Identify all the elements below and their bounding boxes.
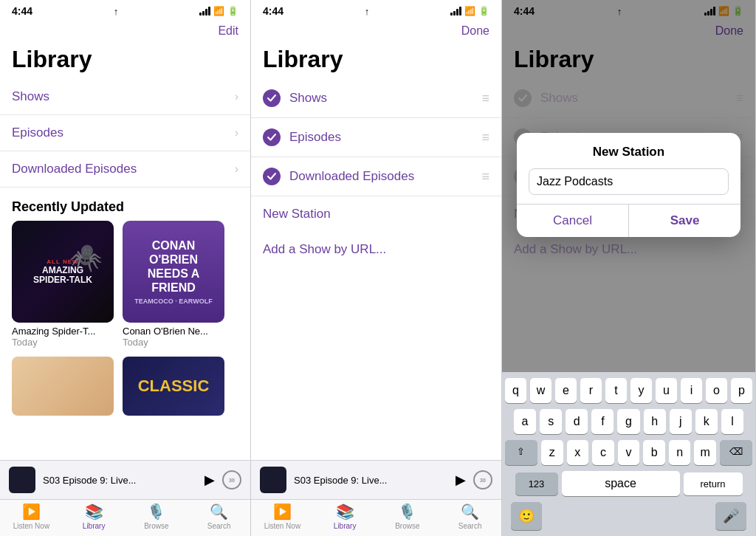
nav-bar-1: Edit — [0, 21, 250, 43]
browse-icon-1: 🎙️ — [147, 503, 165, 520]
podcast-item-2b[interactable]: CLASSIC — [123, 357, 224, 419]
key-x[interactable]: x — [567, 440, 589, 465]
listen-now-icon-1: ▶️ — [22, 503, 41, 520]
key-space[interactable]: space — [562, 471, 680, 496]
podcast-thumb-2b: CLASSIC — [123, 357, 224, 416]
skip-button-1[interactable]: 30 — [222, 470, 241, 489]
key-q[interactable]: q — [505, 378, 526, 403]
key-g[interactable]: g — [617, 409, 639, 434]
key-e[interactable]: e — [555, 378, 577, 403]
check-shows-2 — [263, 89, 281, 107]
mic-key[interactable]: 🎤 — [715, 502, 746, 530]
wifi-icon-2: 📶 — [464, 6, 475, 16]
downloaded-label-2: Downloaded Episodes — [289, 169, 475, 184]
done-button-2[interactable]: Done — [461, 24, 489, 38]
signal-icon-1 — [199, 7, 210, 16]
tab-search-2[interactable]: 🔍 Search — [439, 503, 501, 530]
tab-bar-2: ▶️ Listen Now 📚 Library 🎙️ Browse 🔍 Sear… — [251, 499, 501, 536]
shows-item-1[interactable]: Shows › — [0, 79, 250, 115]
nav-bar-2: Done — [251, 21, 501, 43]
episodes-item-2[interactable]: Episodes ≡ — [251, 118, 501, 157]
episodes-item-1[interactable]: Episodes › — [0, 115, 250, 151]
key-h[interactable]: h — [644, 409, 666, 434]
tab-library-2[interactable]: 📚 Library — [314, 503, 377, 530]
check-episodes-2 — [263, 128, 281, 146]
library-icon-1: 📚 — [85, 503, 103, 520]
podcast-item-spider[interactable]: ALL NEW AMAZINGSPIDER-TALK 🕷️ Amazing Sp… — [12, 221, 114, 348]
key-p[interactable]: p — [731, 378, 752, 403]
add-show-url-item-2[interactable]: Add a Show by URL... — [251, 232, 501, 267]
key-l[interactable]: l — [721, 409, 743, 434]
keyboard-row-4: 123 space return — [505, 471, 752, 499]
check-downloaded-2 — [263, 168, 281, 185]
tab-library-1[interactable]: 📚 Library — [63, 503, 126, 530]
keyboard-row-3: ⇧ z x c v b n m ⌫ — [505, 440, 752, 465]
key-n[interactable]: n — [669, 440, 691, 465]
podcast-title-conan: Conan O'Brien Ne... — [123, 326, 224, 337]
play-button-1[interactable]: ▶ — [205, 472, 215, 488]
key-123[interactable]: 123 — [515, 473, 558, 495]
key-shift[interactable]: ⇧ — [505, 440, 537, 465]
chevron-icon-downloaded-1: › — [235, 162, 238, 176]
tab-browse-1[interactable]: 🎙️ Browse — [126, 503, 188, 530]
panel-3: 4:44 ↑ 📶 🔋 Done Library Shows ≡ Episodes — [502, 0, 756, 536]
downloaded-item-2[interactable]: Downloaded Episodes ≡ — [251, 157, 501, 196]
emoji-key[interactable]: 🙂 — [511, 502, 542, 530]
station-name-input[interactable] — [529, 168, 729, 195]
key-c[interactable]: c — [592, 440, 614, 465]
downloaded-label-1: Downloaded Episodes — [12, 162, 235, 176]
key-z[interactable]: z — [541, 440, 563, 465]
key-v[interactable]: v — [618, 440, 640, 465]
tab-label-search-1: Search — [207, 522, 231, 530]
play-button-2[interactable]: ▶ — [456, 472, 466, 488]
key-m[interactable]: m — [694, 440, 716, 465]
shows-item-2[interactable]: Shows ≡ — [251, 79, 501, 118]
new-station-item-2[interactable]: New Station — [251, 196, 501, 232]
cancel-button[interactable]: Cancel — [517, 205, 629, 237]
tab-label-browse-1: Browse — [144, 522, 168, 530]
key-t[interactable]: t — [605, 378, 627, 403]
skip-number-2: 30 — [480, 478, 486, 483]
wifi-icon-1: 📶 — [213, 6, 224, 16]
tab-listen-now-1[interactable]: ▶️ Listen Now — [0, 503, 63, 530]
status-indicator-2: ↑ — [365, 6, 370, 17]
status-icons-2: 📶 🔋 — [450, 6, 489, 16]
signal-icon-2 — [450, 7, 461, 16]
key-d[interactable]: d — [566, 409, 588, 434]
tab-search-1[interactable]: 🔍 Search — [188, 503, 250, 530]
tab-browse-2[interactable]: 🎙️ Browse — [377, 503, 439, 530]
edit-button-1[interactable]: Edit — [218, 24, 238, 38]
save-button[interactable]: Save — [629, 205, 740, 237]
podcast-item-conan[interactable]: CONANO'BRIENNEEDS AFRIEND TEAMCOCO · EAR… — [123, 221, 224, 348]
key-o[interactable]: o — [706, 378, 727, 403]
key-j[interactable]: j — [670, 409, 692, 434]
page-title-1: Library — [0, 43, 250, 79]
shows-label-1: Shows — [12, 89, 235, 104]
panel-1: 4:44 ↑ 📶 🔋 Edit Library Shows › Episodes… — [0, 0, 251, 536]
key-u[interactable]: u — [656, 378, 677, 403]
drag-icon-shows-2: ≡ — [481, 91, 489, 106]
key-r[interactable]: r — [580, 378, 602, 403]
podcast-grid-2: CLASSIC — [0, 357, 250, 419]
tab-label-library-1: Library — [83, 522, 106, 530]
podcast-thumb-conan: CONANO'BRIENNEEDS AFRIEND TEAMCOCO · EAR… — [123, 221, 224, 323]
key-f[interactable]: f — [591, 409, 614, 434]
tab-listen-now-2[interactable]: ▶️ Listen Now — [251, 503, 314, 530]
time-1: 4:44 — [12, 5, 32, 17]
key-i[interactable]: i — [681, 378, 702, 403]
downloaded-item-1[interactable]: Downloaded Episodes › — [0, 151, 250, 188]
key-y[interactable]: y — [630, 378, 652, 403]
podcast-item-2a[interactable] — [12, 357, 114, 419]
key-k[interactable]: k — [695, 409, 718, 434]
status-indicator-1: ↑ — [114, 6, 119, 17]
key-w[interactable]: w — [530, 378, 551, 403]
key-b[interactable]: b — [643, 440, 665, 465]
skip-button-2[interactable]: 30 — [473, 470, 492, 489]
key-a[interactable]: a — [514, 409, 536, 434]
status-bar-2: 4:44 ↑ 📶 🔋 — [251, 0, 501, 21]
key-return[interactable]: return — [684, 473, 743, 495]
drag-icon-episodes-2: ≡ — [481, 130, 489, 145]
key-delete[interactable]: ⌫ — [720, 440, 752, 465]
key-s[interactable]: s — [540, 409, 562, 434]
chevron-icon-shows-1: › — [235, 90, 238, 103]
